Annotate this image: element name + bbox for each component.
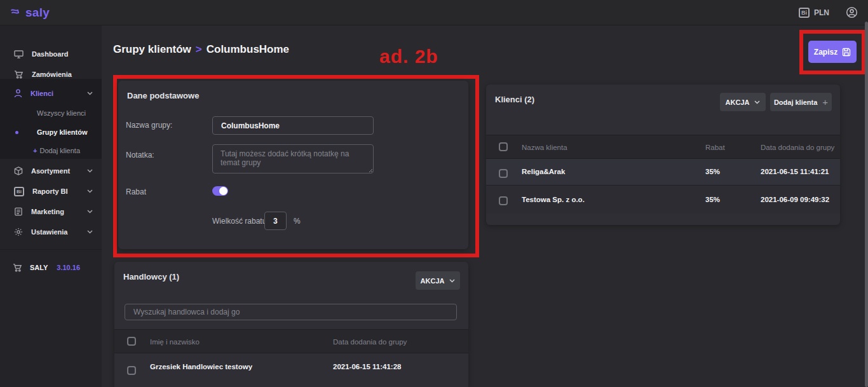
select-all-checkbox[interactable] — [499, 142, 508, 151]
sidebar-item-settings[interactable]: Ustawienia — [0, 224, 102, 240]
sidebar-item-label: Ustawienia — [31, 228, 79, 236]
banknote-icon: Bi — [799, 8, 810, 18]
breadcrumb-separator: > — [196, 43, 202, 55]
toggle-knob — [219, 187, 227, 195]
app-name: SALY — [30, 264, 48, 271]
percent-sign: % — [294, 217, 301, 226]
page-title: ColumbusHome — [207, 43, 289, 55]
bi-report-icon: Bi — [14, 187, 24, 196]
sidebar-item-orders[interactable]: Zamówienia — [0, 66, 102, 83]
discount-toggle[interactable] — [212, 186, 228, 196]
app-version: 3.10.16 — [57, 264, 80, 271]
salesman-name: Grzesiek Handlowiec testowy — [150, 363, 252, 370]
gear-icon — [14, 227, 23, 236]
salesmen-panel: Handlowcy (1) AKCJA Imię i nazwisko Data… — [114, 262, 468, 387]
topbar: saly Bi PLN — [0, 0, 868, 25]
chevron-down-icon — [449, 279, 455, 283]
salesman-search-input[interactable] — [125, 304, 457, 320]
sidebar-item-label: Marketing — [31, 208, 79, 215]
client-discount: 35% — [705, 196, 720, 203]
clients-action-button[interactable]: AKCJA — [720, 93, 766, 111]
chevron-down-icon — [87, 189, 93, 193]
document-icon — [14, 207, 23, 216]
person-icon — [14, 89, 22, 98]
breadcrumb-parent[interactable]: Grupy klientów — [113, 43, 191, 55]
sidebar-item-label: Dashboard — [32, 50, 93, 58]
action-button-label: AKCJA — [421, 277, 445, 285]
client-name: Testowa Sp. z o.o. — [522, 196, 585, 203]
cart-icon — [14, 70, 24, 79]
card-title: Dane podstawowe — [127, 91, 199, 100]
app-logo-text: saly — [25, 6, 50, 20]
note-label: Notatka: — [126, 151, 154, 160]
clients-panel-title: Klienci (2) — [495, 95, 534, 104]
save-button[interactable]: Zapisz — [808, 41, 857, 63]
table-row[interactable]: Religa&Arak 35% 2021-06-15 11:41:21 — [486, 159, 840, 186]
salesmen-panel-title: Handlowcy (1) — [123, 272, 179, 282]
column-header: Imię i nazwisko — [150, 338, 200, 346]
salesman-date-added: 2021-06-15 11:41:28 — [333, 363, 401, 370]
column-header: Data dodania do grupy — [761, 144, 834, 151]
annotation-text: ad. 2b — [379, 46, 438, 67]
discount-value-input[interactable] — [264, 212, 287, 230]
sidebar-item-assortment[interactable]: Asortyment — [0, 163, 102, 179]
sidebar-item-clients[interactable]: Klienci — [0, 85, 102, 102]
salesmen-action-button[interactable]: AKCJA — [416, 271, 460, 290]
sidebar-item-add-client[interactable]: + Dodaj klienta — [0, 144, 102, 158]
clients-table-header: Nazwa klienta Rabat Data dodania do grup… — [486, 135, 840, 159]
row-checkbox[interactable] — [499, 169, 508, 178]
salesmen-table-header: Imię i nazwisko Data dodania do grupy — [114, 329, 468, 353]
client-date-added: 2021-06-09 09:49:32 — [761, 196, 829, 203]
row-checkbox[interactable] — [499, 196, 508, 205]
floppy-disk-icon — [842, 48, 851, 57]
sidebar-item-client-groups[interactable]: Grupy klientów — [0, 125, 102, 139]
plus-icon: + — [33, 147, 37, 154]
sidebar-item-label: Asortyment — [31, 167, 79, 175]
cart-logo-icon — [10, 7, 23, 18]
client-name: Religa&Arak — [522, 168, 565, 175]
column-header: Data dodania do grupy — [333, 338, 407, 346]
client-discount: 35% — [705, 168, 720, 175]
basic-data-card: Dane podstawowe Nazwa grupy: Notatka: Ra… — [118, 81, 468, 249]
currency-selector[interactable]: Bi PLN — [799, 8, 829, 18]
group-name-input[interactable] — [212, 116, 374, 135]
chevron-down-icon — [754, 100, 760, 104]
breadcrumb: Grupy klientów>ColumbusHome — [113, 43, 289, 56]
discount-label: Rabat — [126, 187, 146, 196]
sidebar-item-label: Zamówienia — [32, 71, 93, 78]
monitor-icon — [14, 50, 24, 58]
sidebar-item-label: Dodaj klienta — [39, 147, 80, 154]
sidebar-item-label: Raporty BI — [32, 187, 79, 195]
sidebar-item-marketing[interactable]: Marketing — [0, 203, 102, 220]
cube-icon — [14, 166, 23, 175]
note-textarea[interactable] — [212, 144, 374, 173]
chevron-down-icon — [87, 92, 93, 95]
sidebar-item-dashboard[interactable]: Dashboard — [0, 46, 102, 62]
chevron-down-icon — [87, 169, 93, 173]
sidebar: Dashboard Zamówienia Klienci Wszyscy kli… — [0, 25, 102, 387]
sidebar-item-reports-bi[interactable]: Bi Raporty BI — [0, 183, 102, 200]
account-icon[interactable] — [846, 6, 858, 18]
app-logo[interactable]: saly — [10, 6, 50, 20]
sidebar-footer: SALY 3.10.16 — [0, 259, 102, 276]
currency-label: PLN — [814, 8, 829, 17]
action-button-label: AKCJA — [726, 98, 750, 106]
add-client-button[interactable]: Dodaj klienta + — [770, 93, 832, 111]
vertical-scrollbar[interactable] — [865, 22, 868, 387]
sidebar-divider — [0, 249, 102, 250]
chevron-down-icon — [87, 230, 93, 234]
cart-icon — [13, 263, 22, 272]
clients-panel: Klienci (2) AKCJA Dodaj klienta + Nazwa … — [486, 85, 840, 225]
row-checkbox[interactable] — [127, 366, 136, 375]
column-header: Rabat — [705, 144, 725, 151]
table-row[interactable]: Grzesiek Handlowiec testowy 2021-06-15 1… — [114, 354, 468, 387]
save-button-label: Zapisz — [814, 48, 837, 57]
discount-size-label: Wielkość rabatu: — [212, 217, 269, 226]
sidebar-item-all-clients[interactable]: Wszyscy klienci — [0, 106, 102, 120]
table-row[interactable]: Testowa Sp. z o.o. 35% 2021-06-09 09:49:… — [486, 186, 840, 214]
column-header: Nazwa klienta — [522, 144, 567, 151]
chevron-down-icon — [87, 210, 93, 214]
add-client-label: Dodaj klienta — [774, 98, 817, 106]
select-all-checkbox[interactable] — [127, 337, 136, 346]
plus-icon: + — [822, 97, 828, 107]
